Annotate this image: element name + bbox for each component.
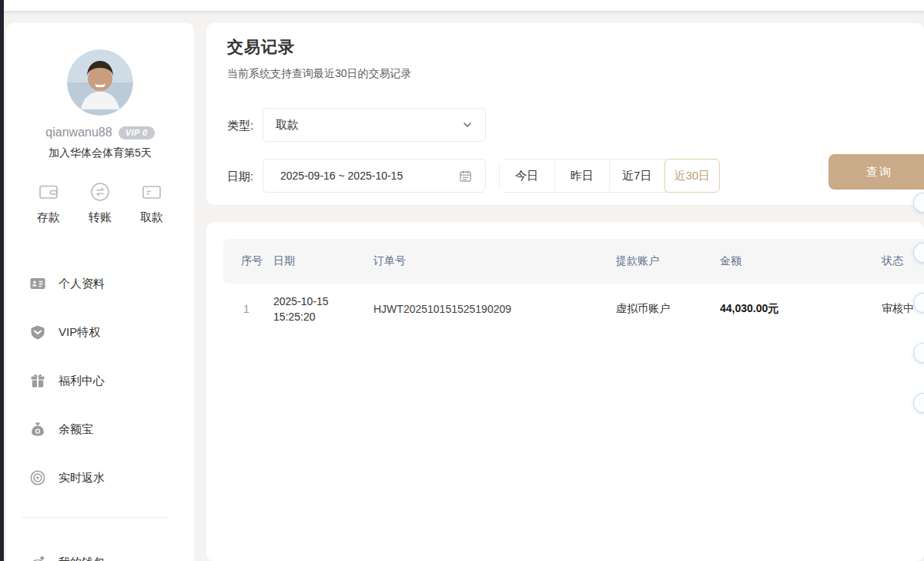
row-date: 2025-10-15 15:25:20: [273, 294, 373, 325]
sidebar-item-label: 余额宝: [59, 422, 93, 437]
preset-yesterday-button[interactable]: 昨日: [555, 160, 611, 192]
sidebar-divider: [22, 517, 169, 518]
date-range-presets: 今日 昨日 近7日 近30日: [499, 159, 720, 193]
username: qianwanu88: [45, 126, 112, 139]
sidebar-item-label: 实时返水: [59, 471, 105, 485]
coin-icon: [29, 469, 46, 486]
money-bag-icon: [29, 421, 46, 438]
chevron-down-icon: [462, 119, 473, 130]
column-header-date: 日期: [273, 254, 373, 268]
withdraw-icon: [140, 180, 163, 203]
gift-icon: [29, 372, 46, 389]
preset-30days-button[interactable]: 近30日: [665, 159, 721, 193]
withdraw-button[interactable]: 取款: [129, 180, 174, 225]
sidebar-item-label: VIP特权: [59, 325, 100, 340]
sidebar-menu: 个人资料 VIP特权 福利中心 余额宝: [6, 274, 194, 561]
page-title: 交易记录: [227, 36, 295, 58]
sidebar-item-label: 个人资料: [59, 277, 105, 291]
user-sidebar: qianwanu88 VIP 0 加入华体会体育第5天 存款 转账 取款: [6, 23, 194, 561]
table-row: 1 2025-10-15 15:25:20 HJWT20251015152519…: [223, 285, 924, 333]
transfer-icon: [89, 180, 112, 203]
vip-badge: VIP 0: [119, 126, 155, 139]
deposit-button[interactable]: 存款: [26, 180, 71, 225]
column-header-account: 提款账户: [616, 254, 720, 268]
column-header-order-no: 订单号: [373, 254, 616, 268]
quick-actions: 存款 转账 取款: [6, 180, 194, 225]
row-amount: 44,030.00元: [720, 302, 882, 316]
vip-shield-icon: [29, 324, 46, 341]
transfer-button[interactable]: 转账: [78, 180, 122, 225]
avatar[interactable]: [67, 49, 133, 116]
sidebar-item-yuebao[interactable]: 余额宝: [29, 420, 179, 438]
date-filter-label: 日期:: [227, 170, 253, 184]
sidebar-item-label: 我的钱包: [59, 556, 105, 561]
row-account: 虚拟币账户: [616, 302, 720, 316]
table-header-row: 序号 日期 订单号 提款账户 金额 状态: [223, 239, 924, 284]
join-days-text: 加入华体会体育第5天: [6, 146, 194, 160]
quick-action-label: 取款: [140, 210, 163, 225]
preset-7days-button[interactable]: 近7日: [610, 160, 665, 192]
calendar-icon: [458, 169, 473, 183]
piggy-bank-icon: [29, 554, 46, 561]
column-header-index: 序号: [241, 254, 273, 268]
sidebar-item-label: 福利中心: [59, 374, 105, 388]
preset-today-button[interactable]: 今日: [500, 160, 555, 192]
sidebar-item-vip[interactable]: VIP特权: [29, 323, 179, 341]
sidebar-item-benefits[interactable]: 福利中心: [29, 371, 179, 390]
row-index: 1: [241, 303, 273, 315]
wallet-icon: [37, 180, 60, 203]
page-subtitle: 当前系统支持查询最近30日的交易记录: [227, 67, 412, 81]
type-select[interactable]: 取款: [263, 108, 486, 142]
query-button[interactable]: 查询: [829, 154, 924, 190]
id-card-icon: [29, 275, 46, 292]
type-select-value: 取款: [276, 118, 299, 133]
column-header-amount: 金额: [720, 254, 882, 268]
quick-action-label: 存款: [37, 210, 60, 225]
sidebar-item-rebate[interactable]: 实时返水: [29, 469, 179, 487]
type-filter-label: 类型:: [227, 119, 253, 133]
row-order-no: HJWT202510151525190209: [373, 303, 616, 315]
sidebar-item-wallet[interactable]: 我的钱包: [29, 553, 179, 561]
left-edge-bar: [0, 0, 4, 561]
sidebar-item-profile[interactable]: 个人资料: [29, 274, 179, 293]
row-date-day: 2025-10-15: [273, 295, 329, 307]
quick-action-label: 转账: [89, 210, 112, 225]
top-bar: [0, 0, 924, 11]
row-date-time: 15:25:20: [273, 311, 316, 323]
transaction-table-card: 序号 日期 订单号 提款账户 金额 状态 1 2025-10-15 15:25:…: [206, 222, 924, 561]
floating-widget-circle[interactable]: [913, 193, 924, 213]
date-range-input[interactable]: 2025-09-16 ~ 2025-10-15: [263, 159, 486, 193]
date-range-value: 2025-09-16 ~ 2025-10-15: [280, 170, 403, 182]
transaction-filter-card: 交易记录 当前系统支持查询最近30日的交易记录 类型: 取款 日期: 2025-…: [206, 23, 924, 205]
